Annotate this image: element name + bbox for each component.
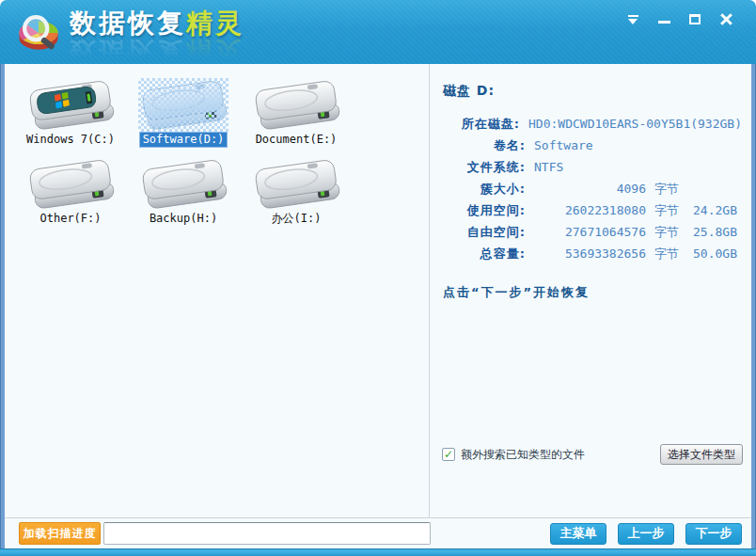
menu-arrow-icon	[628, 15, 638, 24]
detail-row-used-space: 使用空间: 26022318080 字节 24.2GB	[443, 199, 742, 221]
disk-details-title: 磁盘 D:	[443, 83, 742, 100]
detail-gb: 50.0GB	[693, 246, 737, 261]
main-content: Windows 7(C:) Software(D:) Document(E:) …	[5, 64, 751, 548]
detail-bytes: 27671064576	[526, 225, 646, 239]
detail-bytes: 26022318080	[526, 203, 646, 217]
detail-unit: 字节	[654, 224, 679, 241]
select-file-types-button[interactable]: 选择文件类型	[660, 444, 743, 465]
close-button[interactable]	[717, 10, 735, 27]
app-title: 数据恢复精灵 数据恢复精灵	[70, 10, 244, 64]
detail-label: 簇大小:	[443, 181, 526, 198]
window-controls	[623, 10, 735, 27]
detail-row-free-space: 自由空间: 27671064576 字节 25.8GB	[443, 221, 742, 243]
detail-unit: 字节	[654, 246, 679, 262]
hdd-windows-icon	[25, 81, 116, 130]
minimize-button[interactable]	[654, 10, 673, 27]
disk-item-other-f[interactable]: Other(F:)	[14, 160, 127, 235]
detail-unit: 字节	[654, 181, 679, 198]
detail-row-cluster-size: 簇大小: 4096 字节	[443, 178, 742, 199]
main-menu-button[interactable]: 主菜单	[550, 523, 606, 545]
minimize-icon	[658, 21, 670, 24]
extra-search-label: 额外搜索已知类型的文件	[461, 447, 585, 463]
detail-gb: 25.8GB	[693, 225, 737, 239]
detail-row-filesystem: 文件系统: NTFS	[443, 156, 742, 178]
app-title-main: 数据恢复	[70, 8, 186, 39]
disk-item-office-i[interactable]: 办公(I:)	[240, 160, 353, 235]
disk-details-rows: 所在磁盘: HD0:WDCWD10EARS-00Y5B1(932GB) 卷名: …	[443, 113, 742, 264]
checkmark-icon: ✓	[444, 449, 453, 460]
window-border-right	[751, 64, 756, 548]
detail-row-physical-disk: 所在磁盘: HD0:WDCWD10EARS-00Y5B1(932GB)	[443, 113, 742, 135]
next-step-hint: 点击“下一步”开始恢复	[443, 284, 742, 301]
detail-label: 文件系统:	[443, 159, 526, 176]
hdd-selected-icon	[138, 81, 228, 130]
disk-item-windows-c[interactable]: Windows 7(C:)	[14, 81, 127, 156]
app-title-accent: 精灵	[186, 8, 244, 39]
detail-label: 使用空间:	[443, 202, 526, 219]
detail-bytes: 53693382656	[526, 246, 646, 261]
detail-gb: 24.2GB	[693, 203, 737, 217]
detail-label: 所在磁盘:	[443, 116, 520, 133]
title-bar: 数据恢复精灵 数据恢复精灵	[0, 0, 756, 64]
scan-progress-file-input[interactable]	[103, 522, 431, 545]
detail-unit: 字节	[654, 202, 679, 219]
hdd-icon	[138, 160, 228, 209]
disk-list-panel: Windows 7(C:) Software(D:) Document(E:) …	[5, 64, 430, 517]
disk-details-panel: 磁盘 D: 所在磁盘: HD0:WDCWD10EARS-00Y5B1(932GB…	[431, 64, 751, 517]
hdd-icon	[25, 160, 116, 209]
menu-button[interactable]	[623, 10, 642, 27]
footer-bar: 加载扫描进度 主菜单 上一步 下一步	[5, 517, 751, 548]
hdd-icon	[251, 81, 341, 130]
close-icon	[720, 13, 732, 25]
detail-row-total-capacity: 总容量: 53693382656 字节 50.0GB	[443, 243, 742, 264]
app-logo-icon	[12, 6, 65, 58]
load-scan-progress-button[interactable]: 加载扫描进度	[19, 522, 101, 545]
previous-step-button[interactable]: 上一步	[618, 523, 674, 545]
maximize-icon	[689, 14, 701, 24]
disk-item-software-d[interactable]: Software(D:)	[127, 81, 240, 156]
disk-item-document-e[interactable]: Document(E:)	[240, 81, 353, 156]
detail-label: 总容量:	[443, 246, 526, 262]
detail-row-volume-name: 卷名: Software	[443, 135, 742, 156]
extra-search-checkbox[interactable]: ✓	[442, 448, 455, 461]
next-step-button[interactable]: 下一步	[685, 523, 742, 545]
app-window: 数据恢复精灵 数据恢复精灵 Windows 7(C:)	[0, 0, 756, 556]
window-border-bottom	[0, 548, 756, 556]
file-type-options-row: ✓ 额外搜索已知类型的文件 选择文件类型	[442, 444, 743, 465]
hdd-icon	[251, 160, 341, 209]
disk-item-backup-h[interactable]: Backup(H:)	[127, 160, 240, 235]
detail-value: HD0:WDCWD10EARS-00Y5B1(932GB)	[528, 117, 742, 131]
app-title-reflection: 数据恢复精灵	[70, 39, 244, 64]
detail-bytes: 4096	[526, 182, 646, 196]
detail-label: 自由空间:	[443, 224, 526, 241]
maximize-button[interactable]	[685, 10, 704, 27]
detail-label: 卷名:	[443, 137, 526, 154]
detail-value: NTFS	[534, 160, 563, 174]
detail-value: Software	[534, 138, 593, 152]
